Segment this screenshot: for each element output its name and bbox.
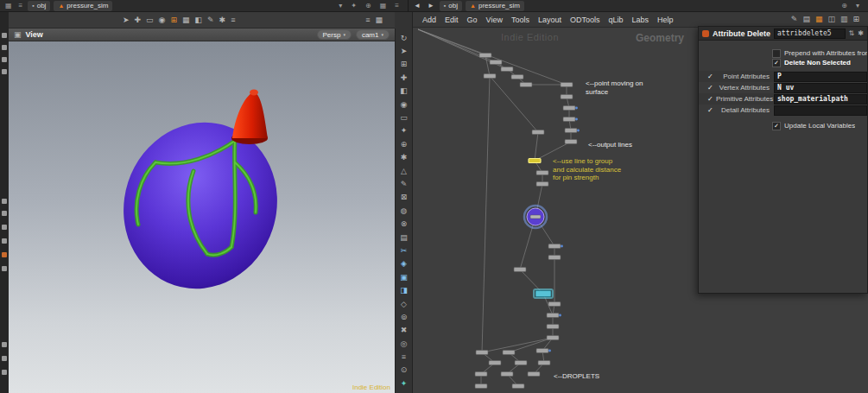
frame-icon[interactable]: ▭ xyxy=(396,111,412,124)
menu-qlib[interactable]: qLib xyxy=(604,16,627,24)
options-icon[interactable]: ✱ xyxy=(396,151,412,164)
breadcrumb-obj[interactable]: ▪ obj xyxy=(440,1,462,11)
graph-node[interactable] xyxy=(476,351,488,355)
grid-icon[interactable]: ⊞ xyxy=(396,58,412,71)
menu-icon[interactable]: ≡ xyxy=(17,3,25,10)
camera-selector[interactable]: cam1 ▾ xyxy=(356,29,390,40)
panel-icon[interactable] xyxy=(2,266,7,271)
graph-node[interactable] xyxy=(561,95,573,99)
menu-icon[interactable]: ≡ xyxy=(231,16,235,24)
menu-icon[interactable]: ≡ xyxy=(396,350,412,363)
detail-attributes-field[interactable] xyxy=(774,105,867,116)
graph-node[interactable] xyxy=(489,361,501,365)
menu-go[interactable]: Go xyxy=(463,16,482,24)
vertex-attributes-field[interactable]: N uv xyxy=(774,83,867,93)
memory-icon[interactable]: ✦ xyxy=(396,377,412,390)
graph-node[interactable] xyxy=(565,140,577,144)
wireframe-icon[interactable]: ◇ xyxy=(396,297,412,310)
panel-icon[interactable] xyxy=(2,225,7,230)
viewport-menu-icon[interactable]: ▣ xyxy=(14,31,22,39)
menu-view[interactable]: View xyxy=(482,16,507,24)
back-icon[interactable]: ◄ xyxy=(412,2,422,10)
menu-edit[interactable]: Edit xyxy=(440,16,463,24)
lattice-icon[interactable]: ◈ xyxy=(396,257,412,270)
settings-icon[interactable]: ✱ xyxy=(219,16,226,24)
graph-node[interactable] xyxy=(490,60,502,65)
panel-icon[interactable] xyxy=(2,370,7,375)
normals-icon[interactable]: △ xyxy=(396,164,412,177)
shade-icon[interactable]: ◧ xyxy=(195,16,203,24)
graph-node[interactable] xyxy=(536,349,551,353)
checkbox[interactable] xyxy=(772,49,781,58)
add-icon[interactable]: ⊕ xyxy=(364,3,373,10)
viewport-title[interactable]: View xyxy=(26,30,43,39)
delete-icon[interactable]: ⊠ xyxy=(396,191,412,204)
graph-node[interactable] xyxy=(503,351,515,355)
graph-node[interactable] xyxy=(536,171,548,175)
graph-node[interactable] xyxy=(547,325,559,329)
graph-node[interactable] xyxy=(534,289,553,298)
move-tool-icon[interactable]: ✚ xyxy=(135,16,142,24)
panel-icon[interactable] xyxy=(2,238,7,244)
enable-check[interactable]: ✓ xyxy=(707,95,716,103)
add-icon[interactable]: ⊕ xyxy=(839,3,849,10)
edit-icon[interactable]: ✎ xyxy=(396,177,412,190)
snap-grid-icon[interactable]: ⊞ xyxy=(170,16,177,24)
viewport-3d-view[interactable]: Indie Edition xyxy=(9,41,395,393)
list-icon[interactable]: ≡ xyxy=(393,3,401,10)
menu-layout[interactable]: Layout xyxy=(534,16,566,24)
menu-odtools[interactable]: ODTools xyxy=(566,16,605,24)
graph-node[interactable] xyxy=(501,372,513,377)
layers-icon[interactable]: ▤ xyxy=(396,231,412,244)
checkbox[interactable]: ✓ xyxy=(772,59,781,67)
graph-node[interactable] xyxy=(479,54,491,58)
graph-node[interactable] xyxy=(528,372,540,377)
layout-rows-icon[interactable]: ▥ xyxy=(840,16,848,23)
graph-node[interactable] xyxy=(501,67,513,72)
grid-icon[interactable]: ▦ xyxy=(182,16,190,24)
light-icon[interactable]: ✦ xyxy=(396,124,412,137)
forward-icon[interactable]: ► xyxy=(426,2,436,10)
panel-icon-active[interactable] xyxy=(2,252,7,257)
edit-tools-icon[interactable]: ✎ xyxy=(791,16,798,23)
layout-split-icon[interactable]: ◫ xyxy=(827,16,835,23)
point-attributes-field[interactable]: P xyxy=(774,72,867,82)
panel-icon[interactable] xyxy=(2,356,7,361)
graph-node[interactable] xyxy=(514,268,526,272)
menu-tools[interactable]: Tools xyxy=(507,16,534,24)
apps-icon[interactable]: ▦ xyxy=(3,3,14,10)
graph-node[interactable] xyxy=(565,129,580,133)
graph-node[interactable] xyxy=(475,372,487,377)
graph-node[interactable] xyxy=(532,130,544,135)
panel-icon[interactable] xyxy=(2,199,7,204)
menu-help[interactable]: Help xyxy=(653,16,678,24)
layout-quad-icon[interactable]: ▦ xyxy=(815,16,823,23)
graph-node[interactable] xyxy=(563,106,578,111)
clip-icon[interactable]: ✂ xyxy=(396,244,412,257)
checkbox[interactable]: ✓ xyxy=(772,122,781,130)
panel-icon[interactable] xyxy=(2,211,7,216)
layout-grid-icon[interactable]: ⊞ xyxy=(852,16,859,23)
panel-icon[interactable] xyxy=(2,69,7,74)
scene-viewport[interactable]: ▣ View Persp ▾ cam1 ▾ xyxy=(9,29,395,393)
graph-node[interactable] xyxy=(484,74,496,79)
panel-icon[interactable] xyxy=(2,342,7,347)
menu-add[interactable]: Add xyxy=(418,16,440,24)
box-select-icon[interactable]: ▭ xyxy=(146,16,154,24)
graph-node[interactable] xyxy=(524,206,547,228)
shade-icon[interactable]: ◧ xyxy=(396,85,412,98)
graph-node[interactable] xyxy=(561,83,573,87)
primitive-attributes-field[interactable]: shop_materialpath xyxy=(774,94,867,105)
graph-node[interactable] xyxy=(538,361,550,365)
template-icon[interactable]: ▣ xyxy=(396,270,412,283)
target-icon[interactable]: ◎ xyxy=(396,337,412,350)
enable-check[interactable]: ✓ xyxy=(707,106,716,114)
menu-labs[interactable]: Labs xyxy=(627,16,653,24)
dropdown-icon[interactable]: ▾ xyxy=(854,3,861,10)
select-icon[interactable]: ➤ xyxy=(396,44,412,57)
graph-node[interactable] xyxy=(548,244,563,249)
rotate-tool-icon[interactable]: ◉ xyxy=(159,16,166,24)
focus-icon[interactable]: ⊙ xyxy=(396,364,412,377)
graph-node[interactable] xyxy=(515,361,527,365)
enable-check[interactable]: ✓ xyxy=(707,73,716,80)
